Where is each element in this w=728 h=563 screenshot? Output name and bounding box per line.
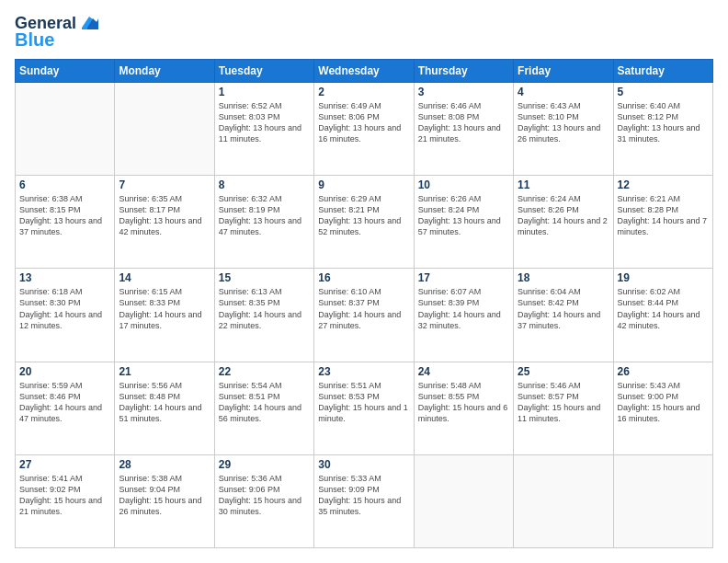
day-number: 26 [618,365,709,378]
day-info: Sunrise: 6:35 AM Sunset: 8:17 PM Dayligh… [119,193,210,238]
day-number: 29 [219,458,310,471]
calendar-cell: 15Sunrise: 6:13 AM Sunset: 8:35 PM Dayli… [214,269,313,362]
calendar-cell: 29Sunrise: 5:36 AM Sunset: 9:06 PM Dayli… [214,454,313,547]
calendar-cell: 11Sunrise: 6:24 AM Sunset: 8:26 PM Dayli… [514,176,613,269]
calendar-cell: 23Sunrise: 5:51 AM Sunset: 8:53 PM Dayli… [314,362,414,454]
calendar-week-4: 20Sunrise: 5:59 AM Sunset: 8:46 PM Dayli… [16,362,713,454]
day-header-saturday: Saturday [613,59,712,82]
day-number: 12 [618,178,709,191]
calendar-cell: 24Sunrise: 5:48 AM Sunset: 8:55 PM Dayli… [414,362,513,454]
day-info: Sunrise: 5:36 AM Sunset: 9:06 PM Dayligh… [219,473,310,518]
calendar-cell: 18Sunrise: 6:04 AM Sunset: 8:42 PM Dayli… [514,269,613,362]
day-number: 11 [518,178,609,191]
days-of-week-row: SundayMondayTuesdayWednesdayThursdayFrid… [16,59,713,82]
day-info: Sunrise: 5:43 AM Sunset: 9:00 PM Dayligh… [618,380,709,425]
day-number: 14 [119,271,210,284]
day-info: Sunrise: 5:38 AM Sunset: 9:04 PM Dayligh… [119,473,210,518]
day-number: 19 [618,271,709,284]
calendar-cell: 27Sunrise: 5:41 AM Sunset: 9:02 PM Dayli… [16,454,115,547]
day-header-friday: Friday [514,59,613,82]
day-number: 30 [318,458,409,471]
day-info: Sunrise: 5:48 AM Sunset: 8:55 PM Dayligh… [418,380,509,425]
day-number: 15 [219,271,310,284]
calendar-cell: 1Sunrise: 6:52 AM Sunset: 8:03 PM Daylig… [214,82,313,175]
calendar-header: SundayMondayTuesdayWednesdayThursdayFrid… [16,59,713,82]
day-header-monday: Monday [115,59,214,82]
calendar-cell: 7Sunrise: 6:35 AM Sunset: 8:17 PM Daylig… [115,176,214,269]
day-info: Sunrise: 6:24 AM Sunset: 8:26 PM Dayligh… [518,193,609,238]
day-number: 24 [418,365,509,378]
logo: General Blue [15,15,98,50]
day-number: 18 [518,271,609,284]
calendar-cell: 2Sunrise: 6:49 AM Sunset: 8:06 PM Daylig… [314,82,414,175]
day-header-thursday: Thursday [414,59,513,82]
calendar-cell: 4Sunrise: 6:43 AM Sunset: 8:10 PM Daylig… [514,82,613,175]
calendar-cell: 28Sunrise: 5:38 AM Sunset: 9:04 PM Dayli… [115,454,214,547]
day-info: Sunrise: 6:10 AM Sunset: 8:37 PM Dayligh… [318,286,409,331]
calendar-week-3: 13Sunrise: 6:18 AM Sunset: 8:30 PM Dayli… [16,269,713,362]
logo-blue: Blue [15,29,54,50]
day-header-wednesday: Wednesday [314,59,414,82]
day-info: Sunrise: 6:46 AM Sunset: 8:08 PM Dayligh… [418,100,509,145]
calendar-cell: 13Sunrise: 6:18 AM Sunset: 8:30 PM Dayli… [16,269,115,362]
calendar-week-5: 27Sunrise: 5:41 AM Sunset: 9:02 PM Dayli… [16,454,713,547]
day-number: 22 [219,365,310,378]
day-number: 10 [418,178,509,191]
calendar-cell: 17Sunrise: 6:07 AM Sunset: 8:39 PM Dayli… [414,269,513,362]
day-info: Sunrise: 5:54 AM Sunset: 8:51 PM Dayligh… [219,380,310,425]
calendar-cell: 22Sunrise: 5:54 AM Sunset: 8:51 PM Dayli… [214,362,313,454]
calendar-cell: 30Sunrise: 5:33 AM Sunset: 9:09 PM Dayli… [314,454,414,547]
day-info: Sunrise: 6:40 AM Sunset: 8:12 PM Dayligh… [618,100,709,145]
day-info: Sunrise: 6:13 AM Sunset: 8:35 PM Dayligh… [219,286,310,331]
calendar-cell [115,82,214,175]
calendar-cell: 3Sunrise: 6:46 AM Sunset: 8:08 PM Daylig… [414,82,513,175]
calendar-cell: 16Sunrise: 6:10 AM Sunset: 8:37 PM Dayli… [314,269,414,362]
day-number: 9 [318,178,409,191]
calendar-week-1: 1Sunrise: 6:52 AM Sunset: 8:03 PM Daylig… [16,82,713,175]
day-info: Sunrise: 6:52 AM Sunset: 8:03 PM Dayligh… [219,100,310,145]
calendar-cell: 9Sunrise: 6:29 AM Sunset: 8:21 PM Daylig… [314,176,414,269]
calendar-cell: 26Sunrise: 5:43 AM Sunset: 9:00 PM Dayli… [613,362,712,454]
day-info: Sunrise: 6:07 AM Sunset: 8:39 PM Dayligh… [418,286,509,331]
day-number: 17 [418,271,509,284]
day-info: Sunrise: 6:15 AM Sunset: 8:33 PM Dayligh… [119,286,210,331]
day-info: Sunrise: 5:51 AM Sunset: 8:53 PM Dayligh… [318,380,409,425]
day-info: Sunrise: 6:02 AM Sunset: 8:44 PM Dayligh… [618,286,709,331]
calendar-cell: 10Sunrise: 6:26 AM Sunset: 8:24 PM Dayli… [414,176,513,269]
logo-icon [78,15,98,29]
calendar-table: SundayMondayTuesdayWednesdayThursdayFrid… [15,59,713,548]
calendar-cell: 12Sunrise: 6:21 AM Sunset: 8:28 PM Dayli… [613,176,712,269]
day-number: 13 [19,271,110,284]
day-info: Sunrise: 6:38 AM Sunset: 8:15 PM Dayligh… [19,193,110,238]
day-info: Sunrise: 6:49 AM Sunset: 8:06 PM Dayligh… [318,100,409,145]
day-info: Sunrise: 6:29 AM Sunset: 8:21 PM Dayligh… [318,193,409,238]
day-info: Sunrise: 5:59 AM Sunset: 8:46 PM Dayligh… [19,380,110,425]
day-number: 7 [119,178,210,191]
calendar-cell [613,454,712,547]
day-number: 27 [19,458,110,471]
day-number: 25 [518,365,609,378]
calendar-cell: 19Sunrise: 6:02 AM Sunset: 8:44 PM Dayli… [613,269,712,362]
calendar-cell: 8Sunrise: 6:32 AM Sunset: 8:19 PM Daylig… [214,176,313,269]
calendar-cell [414,454,513,547]
calendar-week-2: 6Sunrise: 6:38 AM Sunset: 8:15 PM Daylig… [16,176,713,269]
day-number: 23 [318,365,409,378]
calendar-cell [16,82,115,175]
day-number: 6 [19,178,110,191]
day-header-sunday: Sunday [16,59,115,82]
day-info: Sunrise: 6:21 AM Sunset: 8:28 PM Dayligh… [618,193,709,238]
day-number: 21 [119,365,210,378]
calendar-body: 1Sunrise: 6:52 AM Sunset: 8:03 PM Daylig… [16,82,713,547]
day-number: 28 [119,458,210,471]
calendar-cell: 5Sunrise: 6:40 AM Sunset: 8:12 PM Daylig… [613,82,712,175]
calendar-cell: 21Sunrise: 5:56 AM Sunset: 8:48 PM Dayli… [115,362,214,454]
day-number: 8 [219,178,310,191]
day-number: 5 [618,86,709,98]
day-info: Sunrise: 5:46 AM Sunset: 8:57 PM Dayligh… [518,380,609,425]
calendar-cell: 25Sunrise: 5:46 AM Sunset: 8:57 PM Dayli… [514,362,613,454]
calendar-cell: 6Sunrise: 6:38 AM Sunset: 8:15 PM Daylig… [16,176,115,269]
calendar-cell [514,454,613,547]
calendar-cell: 20Sunrise: 5:59 AM Sunset: 8:46 PM Dayli… [16,362,115,454]
day-info: Sunrise: 6:18 AM Sunset: 8:30 PM Dayligh… [19,286,110,331]
day-number: 20 [19,365,110,378]
